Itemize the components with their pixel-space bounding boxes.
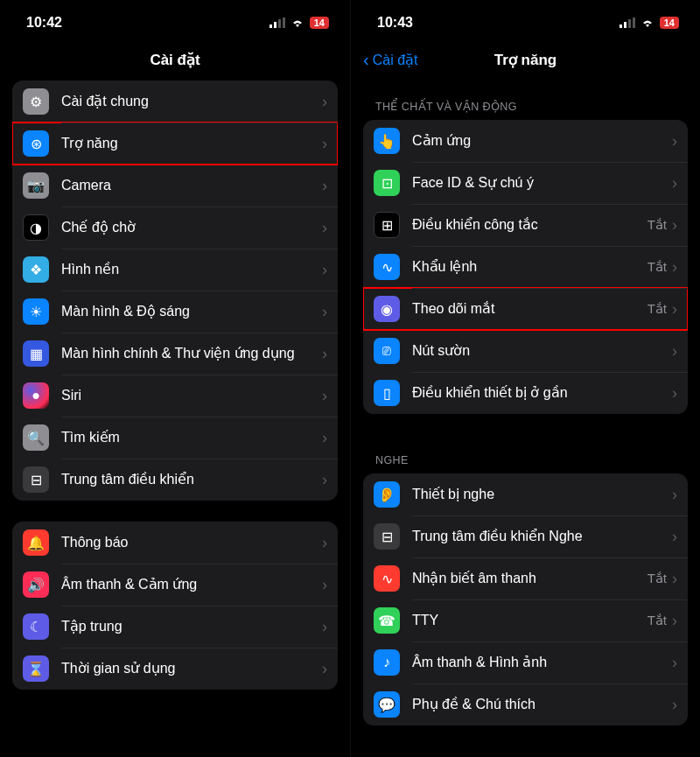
wifi-icon (290, 18, 304, 28)
settings-group-1: ⚙︎Cài đặt chung›⊛Trợ năng›📷Camera›◑Chế đ… (12, 81, 338, 501)
settings-row[interactable]: ●Siri› (12, 375, 338, 417)
settings-row[interactable]: 🔍Tìm kiếm› (12, 417, 338, 459)
battery-indicator: 14 (310, 17, 329, 29)
chevron-right-icon: › (672, 655, 677, 670)
camera-icon: 📷 (23, 172, 49, 199)
chevron-right-icon: › (322, 262, 327, 277)
svg-rect-2 (278, 19, 281, 28)
hearing-device-icon: 👂 (374, 481, 400, 508)
chevron-right-icon: › (672, 259, 677, 275)
chevron-right-icon: › (322, 472, 327, 487)
settings-row[interactable]: ❖Hình nền› (12, 249, 338, 291)
row-label: Tập trung (61, 618, 322, 635)
eye-tracking-icon: ◉ (374, 296, 400, 322)
side-button-icon: ⎚ (374, 338, 400, 364)
row-value: Tắt (648, 613, 667, 628)
chevron-right-icon: › (672, 697, 677, 712)
subtitles-icon: 💬 (374, 691, 400, 718)
settings-row[interactable]: 🔔Thông báo› (12, 522, 338, 564)
standby-icon: ◑ (23, 214, 49, 241)
search-icon: 🔍 (23, 424, 49, 451)
page-title: Cài đặt (150, 51, 200, 69)
svg-rect-3 (283, 18, 285, 28)
settings-row[interactable]: 👆Cảm ứng› (363, 120, 688, 162)
row-label: Theo dõi mắt (412, 300, 648, 318)
chevron-right-icon: › (322, 430, 327, 445)
settings-group-2: 🔔Thông báo›🔊Âm thanh & Cảm ứng›☾Tập trun… (12, 522, 338, 690)
row-label: Nhận biết âm thanh (412, 570, 648, 587)
faceid-icon: ⊡ (374, 170, 400, 196)
settings-row[interactable]: 👂Thiết bị nghe› (363, 473, 688, 515)
chevron-right-icon: › (672, 301, 677, 317)
settings-row[interactable]: ⊟Trung tâm điều khiển Nghe› (363, 515, 688, 557)
chevron-right-icon: › (672, 487, 677, 502)
settings-row[interactable]: ⊛Trợ năng› (12, 123, 338, 165)
svg-rect-1 (274, 22, 276, 28)
chevron-left-icon: ‹ (363, 51, 369, 68)
settings-row[interactable]: ⊟Trung tâm điều khiển› (12, 459, 338, 501)
voice-control-icon: ∿ (374, 254, 400, 280)
row-label: Âm thanh & Hình ảnh (412, 654, 672, 671)
chevron-right-icon: › (322, 220, 327, 235)
settings-row[interactable]: ∿Khẩu lệnhTắt› (363, 246, 688, 288)
settings-row[interactable]: ☎TTYTắt› (363, 599, 688, 641)
settings-row[interactable]: ⊡Face ID & Sự chú ý› (363, 162, 688, 204)
row-label: Âm thanh & Cảm ứng (61, 576, 322, 593)
back-label: Cài đặt (373, 52, 418, 68)
settings-row[interactable]: ⎚Nút sườn› (363, 330, 688, 372)
chevron-right-icon: › (672, 613, 677, 628)
chevron-right-icon: › (672, 571, 677, 586)
row-label: Tìm kiếm (61, 429, 322, 446)
nearby-device-icon: ▯ (374, 380, 400, 406)
row-label: Điều khiển thiết bị ở gần (412, 384, 672, 402)
chevron-right-icon: › (672, 217, 677, 233)
back-button[interactable]: ‹ Cài đặt (363, 51, 417, 68)
row-label: Chế độ chờ (61, 219, 322, 236)
row-label: Cảm ứng (412, 132, 672, 150)
wallpaper-icon: ❖ (23, 256, 49, 283)
row-label: Camera (61, 177, 322, 194)
notifications-icon: 🔔 (23, 529, 49, 556)
settings-row[interactable]: ☀Màn hình & Độ sáng› (12, 291, 338, 333)
settings-row[interactable]: ∿Nhận biết âm thanhTắt› (363, 557, 688, 599)
row-label: Nút sườn (412, 342, 672, 360)
row-label: TTY (412, 612, 648, 629)
status-indicators: 14 (620, 17, 679, 29)
settings-row[interactable]: ⊞Điều khiển công tắcTắt› (363, 204, 688, 246)
control-center-icon: ⊟ (23, 466, 49, 493)
chevron-right-icon: › (322, 346, 327, 361)
settings-row[interactable]: 🔊Âm thanh & Cảm ứng› (12, 564, 338, 606)
brightness-icon: ☀ (23, 298, 49, 325)
page-title: Trợ năng (494, 51, 556, 69)
settings-row[interactable]: ▯Điều khiển thiết bị ở gần› (363, 372, 688, 414)
touch-icon: 👆 (374, 128, 400, 154)
homescreen-icon: ▦ (23, 340, 49, 367)
row-value: Tắt (648, 217, 667, 233)
accessibility-screen: 10:43 14 ‹ Cài đặt Trợ năng THỂ CHẤT VÀ … (350, 0, 700, 757)
settings-row[interactable]: ▦Màn hình chính & Thư viện ứng dụng› (12, 333, 338, 375)
row-label: Phụ đề & Chú thích (412, 696, 672, 713)
row-label: Màn hình chính & Thư viện ứng dụng (61, 345, 322, 362)
row-label: Trung tâm điều khiển (61, 471, 322, 488)
settings-row[interactable]: ⚙︎Cài đặt chung› (12, 81, 338, 123)
wifi-icon (640, 18, 654, 28)
settings-row[interactable]: ♪Âm thanh & Hình ảnh› (363, 641, 688, 683)
row-label: Cài đặt chung (61, 93, 322, 110)
nav-bar: ‹ Cài đặt Trợ năng (351, 39, 700, 81)
row-label: Trung tâm điều khiển Nghe (412, 528, 672, 545)
chevron-right-icon: › (322, 388, 327, 403)
section-header: NGHE (363, 435, 688, 473)
settings-row[interactable]: ⌛Thời gian sử dụng› (12, 648, 338, 690)
section-header: THỂ CHẤT VÀ VẬN ĐỘNG (363, 81, 688, 120)
settings-row[interactable]: ☾Tập trung› (12, 606, 338, 648)
status-bar: 10:43 14 (351, 0, 700, 39)
chevron-right-icon: › (322, 577, 327, 592)
settings-row[interactable]: ◑Chế độ chờ› (12, 207, 338, 249)
accessibility-icon: ⊛ (23, 130, 49, 157)
sounds-icon: 🔊 (23, 571, 49, 598)
settings-row[interactable]: 📷Camera› (12, 165, 338, 207)
settings-row[interactable]: ◉Theo dõi mắtTắt› (363, 288, 688, 330)
row-label: Thời gian sử dụng (61, 660, 322, 677)
settings-row[interactable]: 💬Phụ đề & Chú thích› (363, 683, 688, 725)
tty-icon: ☎ (374, 607, 400, 634)
